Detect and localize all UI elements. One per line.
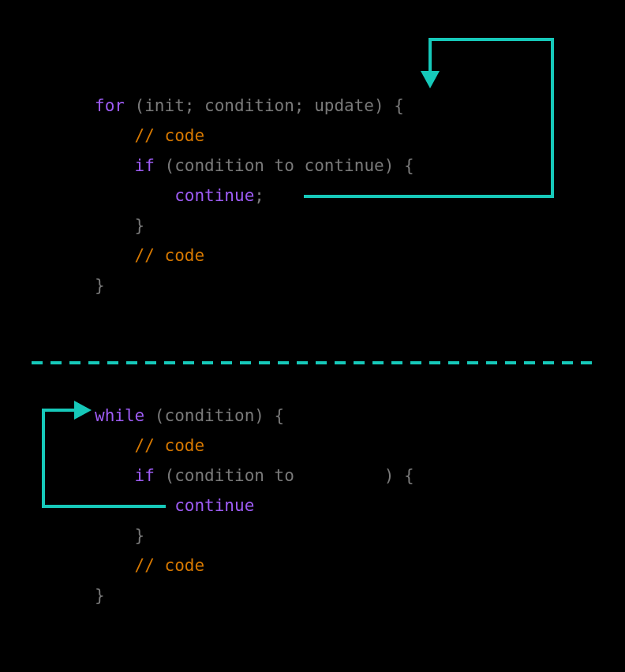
comment-code: // code	[135, 436, 205, 455]
kw-continue: continue	[174, 496, 254, 515]
for-continue-arrow-head	[421, 71, 440, 88]
while-loop-code: while (condition) { // code if (conditio…	[95, 401, 414, 610]
kw-while: while	[95, 406, 144, 425]
kw-for: for	[95, 96, 125, 115]
kw-if: if	[135, 466, 155, 485]
comment-code: // code	[135, 556, 205, 575]
kw-continue: continue	[174, 186, 254, 205]
diagram-canvas: for (init; condition; update) { // code …	[0, 0, 625, 672]
comment-code: // code	[135, 126, 205, 145]
while-continue-arrow-head	[74, 401, 92, 420]
for-loop-code: for (init; condition; update) { // code …	[95, 91, 414, 301]
comment-code: // code	[135, 246, 205, 265]
kw-if: if	[135, 156, 155, 175]
